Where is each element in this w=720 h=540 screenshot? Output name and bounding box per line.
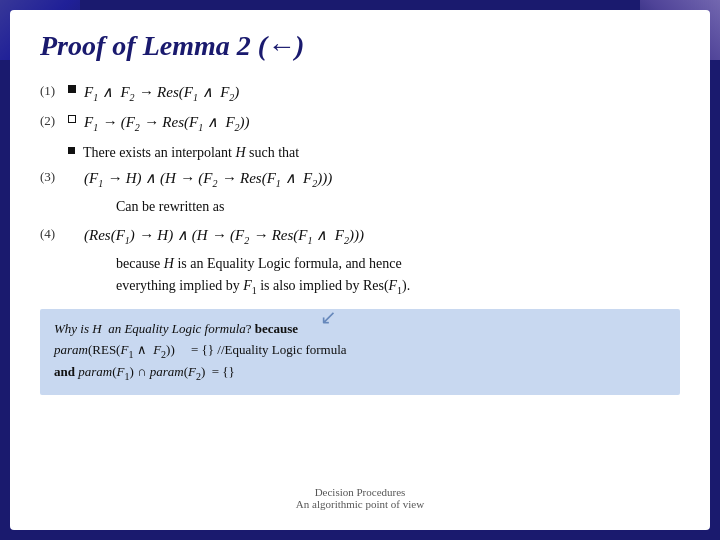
footer-line1: Decision Procedures <box>10 486 710 498</box>
item-3-number-label: (3) <box>40 166 68 188</box>
arrow-decoration: ↙ <box>320 301 337 333</box>
bullet-2-icon <box>68 115 76 123</box>
rewrite-text: Can be rewritten as <box>116 199 224 214</box>
note-line2: param(RES(F1 ∧ F2)) = {} //Equality Logi… <box>54 342 347 357</box>
item-2-row: (2) F1 → (F2 → Res(F1 ∧ F2)) <box>40 110 680 136</box>
rewrite-label: Can be rewritten as <box>116 196 680 218</box>
note-container: ↙ Why is H an Equality Logic formula? be… <box>40 309 680 395</box>
item-4-number: (4) <box>40 223 68 245</box>
note-box: Why is H an Equality Logic formula? beca… <box>40 309 680 395</box>
because-text: because H is an Equality Logic formula, … <box>116 256 402 271</box>
item-3-formula: (F1 → H) ∧ (H → (F2 → Res(F1 ∧ F2))) <box>84 166 332 192</box>
item-1-number: (1) <box>40 80 68 102</box>
note-line3: and param(F1) ∩ param(F2) = {} <box>54 364 235 379</box>
bullet-1-icon <box>68 85 76 93</box>
bullet-3-icon <box>68 147 75 154</box>
item-2-number: (2) <box>40 110 68 132</box>
footer-line2: An algorithmic point of view <box>10 498 710 510</box>
item-3-formula-row: (3) (F1 → H) ∧ (H → (F2 → Res(F1 ∧ F2))) <box>40 166 680 192</box>
item-1-row: (1) F1 ∧ F2 → Res(F1 ∧ F2) <box>40 80 680 106</box>
content-area: (1) F1 ∧ F2 → Res(F1 ∧ F2) (2) F1 → (F2 … <box>40 80 680 395</box>
item-4-formula: (Res(F1) → H) ∧ (H → (F2 → Res(F1 ∧ F2))… <box>84 223 364 249</box>
item-3-bullet-row: (3) There exists an interpolant H such t… <box>40 142 680 164</box>
item-4-formula-row: (4) (Res(F1) → H) ∧ (H → (F2 → Res(F1 ∧ … <box>40 223 680 249</box>
slide-content: Proof of Lemma 2 (←) (1) F1 ∧ F2 → Res(F… <box>10 10 710 530</box>
because-line: because H is an Equality Logic formula, … <box>116 253 680 275</box>
everything-text: everything implied by F1 is also implied… <box>116 278 410 293</box>
item-3-bullet-text: There exists an interpolant H such that <box>83 142 299 164</box>
note-line1: Why is H an Equality Logic formula? beca… <box>54 321 298 336</box>
everything-line: everything implied by F1 is also implied… <box>116 275 680 299</box>
slide-title: Proof of Lemma 2 (←) <box>40 30 680 62</box>
slide-footer: Decision Procedures An algorithmic point… <box>10 486 710 510</box>
item-1-formula: F1 ∧ F2 → Res(F1 ∧ F2) <box>84 80 239 106</box>
item-2-formula: F1 → (F2 → Res(F1 ∧ F2)) <box>84 110 250 136</box>
